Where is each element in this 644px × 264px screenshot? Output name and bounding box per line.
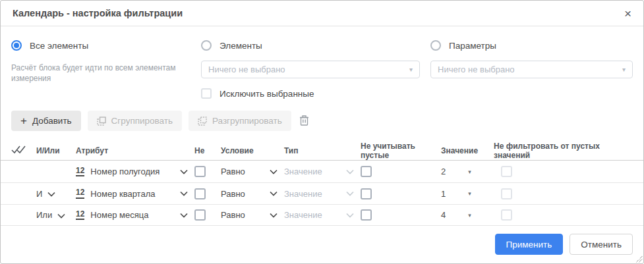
parameters-dropdown[interactable]: Ничего не выбрано ▾: [430, 61, 633, 78]
no-filter-empty-checkbox[interactable]: [501, 166, 512, 177]
radio-elements[interactable]: Элементы: [201, 40, 420, 51]
all-elements-hint: Расчёт блока будет идти по всем элемента…: [11, 63, 201, 84]
chevron-down-icon: [346, 191, 354, 196]
and-or-value: И: [36, 189, 42, 199]
ungroup-label: Разгруппировать: [212, 116, 282, 126]
radio-icon[interactable]: [11, 40, 22, 51]
ungroup-icon: [198, 117, 207, 126]
radio-parameters[interactable]: Параметры: [430, 40, 633, 51]
mode-all-elements-column: Все элементы Расчёт блока будет идти по …: [11, 40, 201, 104]
ignore-empty-checkbox[interactable]: [361, 166, 372, 177]
exclude-selected-label: Исключить выбранные: [220, 89, 314, 99]
type-value: Значение: [284, 210, 322, 220]
mode-section: Все элементы Расчёт блока будет идти по …: [1, 26, 643, 104]
header-and-or: И/Или: [36, 146, 76, 155]
attribute-value: Номер полугодия: [90, 167, 160, 176]
chevron-down-icon: [346, 213, 354, 218]
radio-elements-label: Элементы: [220, 41, 262, 51]
chevron-down-icon[interactable]: [180, 213, 188, 218]
ignore-empty-checkbox[interactable]: [361, 209, 372, 221]
not-checkbox[interactable]: [194, 166, 206, 177]
chevron-down-icon[interactable]: [270, 191, 278, 196]
header-no-filter-from-empty: Не фильтровать от пустых значений: [494, 142, 633, 160]
add-filter-button[interactable]: + Добавить: [11, 111, 81, 131]
type-value: Значение: [284, 167, 322, 176]
header-type: Тип: [284, 146, 361, 155]
plus-icon: +: [20, 115, 27, 126]
dialog-title: Календарь - настройка фильтрации: [13, 8, 183, 18]
not-checkbox[interactable]: [194, 188, 206, 199]
chevron-down-icon: ▾: [622, 66, 626, 73]
filters-toolbar: + Добавить Сгруппировать Разгруппировать: [1, 104, 643, 131]
no-filter-empty-checkbox[interactable]: [501, 209, 512, 221]
header-ignore-empty: Не учитывать пустые: [361, 142, 434, 160]
filter-row: И 12 Номер квартала Равно Значение 1 ▾: [1, 182, 643, 204]
delete-filter-button[interactable]: [299, 115, 309, 128]
ignore-empty-checkbox[interactable]: [361, 188, 372, 199]
chevron-down-icon[interactable]: [270, 169, 278, 174]
not-checkbox[interactable]: [194, 209, 206, 221]
and-or-value: Или: [36, 210, 52, 220]
ungroup-button[interactable]: Разгруппировать: [189, 111, 291, 131]
chevron-down-icon[interactable]: [57, 209, 65, 221]
radio-icon[interactable]: [201, 40, 212, 51]
exclude-selected-checkbox[interactable]: [201, 88, 212, 99]
condition-value: Равно: [221, 189, 245, 199]
filter-row: Или 12 Номер месяца Равно Значение 4 ▾: [1, 204, 643, 226]
dialog-footer: Применить Отменить: [495, 234, 633, 255]
group-icon: [97, 117, 106, 126]
filters-table: И/Или Атрибут Не Условие Тип Не учитыват…: [1, 142, 643, 226]
caret-down-icon[interactable]: ▾: [468, 169, 471, 175]
value-field[interactable]: 4: [441, 210, 446, 220]
header-attribute: Атрибут: [76, 146, 194, 155]
value-field[interactable]: 1: [441, 189, 446, 199]
group-label: Сгруппировать: [111, 116, 173, 126]
chevron-down-icon[interactable]: [180, 169, 188, 174]
cancel-button[interactable]: Отменить: [570, 234, 633, 255]
header-not: Не: [194, 146, 221, 155]
header-condition: Условие: [221, 146, 284, 155]
numeric-attribute-icon: 12: [76, 167, 84, 176]
mode-parameters-column: Параметры Ничего не выбрано ▾: [430, 40, 633, 104]
trash-icon: [299, 115, 309, 128]
no-filter-empty-checkbox[interactable]: [501, 188, 512, 199]
close-icon[interactable]: ×: [624, 7, 631, 20]
table-header-row: И/Или Атрибут Не Условие Тип Не учитыват…: [1, 142, 643, 161]
type-value: Значение: [284, 189, 322, 199]
chevron-down-icon: ▾: [409, 66, 413, 73]
radio-all-elements[interactable]: Все элементы: [11, 40, 201, 51]
caret-down-icon[interactable]: ▾: [468, 212, 471, 219]
radio-all-elements-label: Все элементы: [30, 41, 88, 51]
filter-row: 12 Номер полугодия Равно Значение 2 ▾: [1, 161, 643, 182]
radio-icon[interactable]: [430, 40, 441, 51]
radio-parameters-label: Параметры: [449, 41, 496, 51]
value-field[interactable]: 2: [441, 167, 446, 176]
elements-dropdown-value: Ничего не выбрано: [208, 65, 285, 74]
exclude-selected-row: Исключить выбранные: [201, 88, 420, 99]
chevron-down-icon[interactable]: [270, 213, 278, 218]
resize-handle[interactable]: [636, 256, 643, 263]
attribute-value: Номер месяца: [90, 210, 148, 220]
header-value: Значение: [434, 146, 494, 155]
numeric-attribute-icon: 12: [76, 210, 84, 220]
dialog-header: Календарь - настройка фильтрации ×: [1, 1, 643, 26]
parameters-dropdown-value: Ничего не выбрано: [438, 65, 515, 74]
double-check-icon[interactable]: [11, 145, 26, 157]
chevron-down-icon[interactable]: [180, 191, 188, 196]
group-button[interactable]: Сгруппировать: [88, 111, 182, 131]
caret-down-icon[interactable]: ▾: [468, 190, 471, 197]
numeric-attribute-icon: 12: [76, 188, 84, 198]
filter-settings-dialog: Календарь - настройка фильтрации × Все э…: [0, 0, 644, 264]
apply-button[interactable]: Применить: [495, 234, 564, 255]
attribute-value: Номер квартала: [90, 189, 155, 199]
chevron-down-icon[interactable]: [47, 188, 55, 199]
condition-value: Равно: [221, 210, 245, 220]
condition-value: Равно: [221, 167, 245, 176]
chevron-down-icon: [346, 169, 354, 174]
add-filter-label: Добавить: [32, 116, 72, 126]
mode-elements-column: Элементы Ничего не выбрано ▾ Исключить в…: [201, 40, 420, 104]
elements-dropdown[interactable]: Ничего не выбрано ▾: [201, 61, 420, 78]
